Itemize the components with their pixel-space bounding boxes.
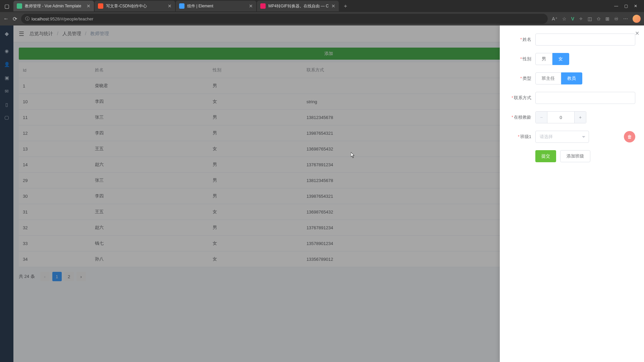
label-class1: 班级1 (520, 134, 531, 139)
type-option[interactable]: 班主任 (535, 72, 561, 84)
collections-icon[interactable]: ✩ (597, 16, 601, 21)
label-gender: 性别 (523, 56, 531, 61)
class-select[interactable]: 请选择 (535, 131, 589, 143)
favorite-icon[interactable]: ☆ (562, 16, 567, 21)
tab-favicon-icon (17, 3, 22, 9)
type-option[interactable]: 教员 (561, 72, 582, 84)
gender-option[interactable]: 男 (535, 53, 552, 65)
window-close-icon[interactable]: ✕ (634, 4, 637, 8)
url-path: :9528/#/people/teacher (49, 16, 93, 21)
tab-title: 写文章-CSDN创作中心 (106, 3, 165, 9)
browser-tab[interactable]: 写文章-CSDN创作中心✕ (95, 1, 175, 11)
label-type: 类型 (523, 76, 531, 81)
tab-title: MP4转GIF转换器。在线自由 — C (268, 3, 329, 9)
new-tab-button[interactable]: ＋ (339, 3, 352, 10)
gender-option[interactable]: 女 (552, 53, 569, 65)
name-input[interactable] (535, 34, 635, 46)
label-contact: 联系方式 (514, 95, 531, 100)
address-bar: ← ⟳ ⓘ localhost:9528/#/people/teacher A⁺… (0, 12, 644, 25)
profile-avatar[interactable] (633, 15, 641, 23)
stepper-increase[interactable]: + (574, 111, 586, 123)
browser-tab-bar: ▢ 教师管理 - Vue Admin Template✕写文章-CSDN创作中心… (0, 0, 644, 12)
stepper-decrease[interactable]: − (535, 111, 547, 123)
tab-close-icon[interactable]: ✕ (331, 3, 335, 9)
submit-button[interactable]: 提交 (535, 150, 556, 162)
tab-close-icon[interactable]: ✕ (168, 3, 172, 9)
contact-input[interactable] (535, 92, 635, 104)
tab-favicon-icon (179, 3, 184, 9)
browser-tab[interactable]: 组件 | Element✕ (176, 1, 256, 11)
tab-close-icon[interactable]: ✕ (87, 3, 91, 9)
nav-back-icon[interactable]: ← (3, 16, 9, 22)
years-stepper: − + (535, 111, 586, 123)
apps-icon[interactable]: ⊞ (605, 16, 609, 21)
window-minimize-icon[interactable]: — (614, 4, 618, 8)
menu-icon[interactable]: ⋯ (623, 16, 628, 21)
years-input[interactable] (547, 111, 574, 123)
teacher-form-drawer: ✕ *姓名 *性别 男女 *类型 班主任教员 *联系方式 *在校教龄 − + *… (500, 25, 644, 362)
tab-title: 组件 | Element (187, 3, 246, 9)
text-size-icon[interactable]: A⁺ (552, 16, 557, 21)
vue-devtools-icon[interactable]: V (571, 16, 574, 21)
url-input[interactable]: ⓘ localhost:9528/#/people/teacher (21, 14, 548, 24)
sync-icon[interactable]: ♾ (614, 16, 619, 21)
tab-favicon-icon (260, 3, 266, 9)
browser-tab[interactable]: MP4转GIF转换器。在线自由 — C✕ (257, 1, 339, 11)
delete-class-button[interactable]: 🗑 (624, 131, 635, 142)
tab-favicon-icon (98, 3, 103, 9)
window-maximize-icon[interactable]: ▢ (624, 4, 628, 8)
add-class-button[interactable]: 添加班级 (560, 150, 590, 162)
trash-icon: 🗑 (627, 134, 632, 139)
tab-overview-icon[interactable]: ▢ (3, 2, 11, 10)
extension-icon[interactable]: ✧ (579, 16, 583, 21)
label-name: 姓名 (523, 37, 531, 42)
drawer-close-icon[interactable]: ✕ (635, 30, 639, 37)
tab-close-icon[interactable]: ✕ (249, 3, 253, 9)
label-years: 在校教龄 (514, 115, 531, 120)
info-icon: ⓘ (25, 16, 30, 22)
split-screen-icon[interactable]: ◫ (588, 16, 592, 21)
url-host: localhost (32, 16, 49, 21)
tab-title: 教师管理 - Vue Admin Template (25, 3, 84, 9)
browser-tab[interactable]: 教师管理 - Vue Admin Template✕ (13, 1, 94, 11)
nav-refresh-icon[interactable]: ⟳ (13, 16, 17, 22)
